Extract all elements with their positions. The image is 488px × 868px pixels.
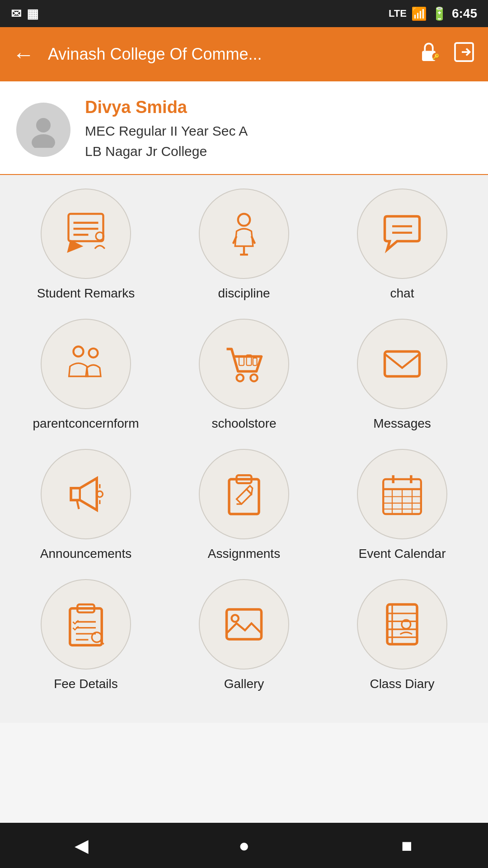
gallery-label: Gallery xyxy=(224,677,264,691)
nav-back-button[interactable]: ◀ xyxy=(63,827,99,863)
profile-college: LB Nagar Jr College xyxy=(85,141,248,161)
svg-text:🔑: 🔑 xyxy=(432,53,440,61)
class-diary-icon-circle xyxy=(357,579,447,670)
svg-rect-52 xyxy=(227,609,262,639)
assignments-icon-circle xyxy=(199,449,289,539)
svg-rect-31 xyxy=(229,479,259,514)
messages-icon-circle xyxy=(357,319,447,409)
grid-item-fee-details[interactable]: Fee Details xyxy=(9,575,163,696)
svg-point-5 xyxy=(32,134,55,148)
discipline-icon-circle xyxy=(199,189,289,279)
gallery-icon-circle xyxy=(199,579,289,670)
grid-item-event-calendar[interactable]: Event Calendar xyxy=(325,444,479,566)
logout-icon[interactable] xyxy=(453,41,475,68)
nav-bar: ◀ ● ■ xyxy=(0,823,488,868)
svg-rect-27 xyxy=(71,488,80,500)
sim-icon: ▦ xyxy=(27,6,38,21)
mail-icon: ✉ xyxy=(11,6,21,21)
student-remarks-icon-circle xyxy=(41,189,131,279)
svg-rect-26 xyxy=(385,352,420,377)
announcements-icon-circle xyxy=(41,449,131,539)
announcements-label: Announcements xyxy=(40,547,131,561)
event-calendar-icon-circle xyxy=(357,449,447,539)
grid-item-messages[interactable]: Messages xyxy=(325,314,479,435)
status-bar: ✉ ▦ LTE 📶 🔋 6:45 xyxy=(0,0,488,27)
app-bar-actions: 🔑 xyxy=(418,41,475,68)
event-calendar-label: Event Calendar xyxy=(358,547,446,561)
profile-section: Divya Smida MEC Regular II Year Sec A LB… xyxy=(0,81,488,175)
chat-icon-circle xyxy=(357,189,447,279)
app-bar: ← Avinash College Of Comme... 🔑 xyxy=(0,27,488,81)
status-right: LTE 📶 🔋 6:45 xyxy=(389,6,477,21)
class-diary-label: Class Diary xyxy=(370,677,434,691)
student-remarks-label: Student Remarks xyxy=(37,286,135,301)
svg-point-20 xyxy=(89,349,98,358)
grid-item-announcements[interactable]: Announcements xyxy=(9,444,163,566)
grid-item-parentconcernform[interactable]: parentconcernform xyxy=(9,314,163,435)
status-left: ✉ ▦ xyxy=(11,6,38,21)
assignments-label: Assignments xyxy=(208,547,280,561)
back-button[interactable]: ← xyxy=(13,42,34,67)
battery-icon: 🔋 xyxy=(432,6,447,21)
schoolstore-icon-circle xyxy=(199,319,289,409)
schoolstore-label: schoolstore xyxy=(211,416,276,431)
svg-rect-6 xyxy=(69,214,103,241)
profile-info: Divya Smida MEC Regular II Year Sec A LB… xyxy=(85,98,248,161)
messages-label: Messages xyxy=(373,416,431,431)
grid-item-chat[interactable]: chat xyxy=(325,184,479,305)
svg-point-21 xyxy=(237,374,244,381)
grid-item-class-diary[interactable]: Class Diary xyxy=(325,575,479,696)
fee-details-label: Fee Details xyxy=(54,677,118,691)
grid-item-discipline[interactable]: discipline xyxy=(167,184,321,305)
nav-recent-button[interactable]: ■ xyxy=(389,827,425,863)
svg-point-22 xyxy=(250,374,257,381)
signal-icon: 📶 xyxy=(411,6,427,21)
grid-item-schoolstore[interactable]: schoolstore xyxy=(167,314,321,435)
menu-grid: Student Remarks discipline xyxy=(0,175,488,705)
fee-details-icon-circle xyxy=(41,579,131,670)
svg-rect-25 xyxy=(253,358,257,366)
profile-name: Divya Smida xyxy=(85,98,248,117)
svg-point-4 xyxy=(36,118,51,132)
nav-home-button[interactable]: ● xyxy=(226,827,262,863)
lock-icon[interactable]: 🔑 xyxy=(418,41,440,68)
app-title: Avinash College Of Comme... xyxy=(48,45,408,64)
parentconcernform-label: parentconcernform xyxy=(33,416,139,431)
discipline-label: discipline xyxy=(218,286,270,301)
grid-item-assignments[interactable]: Assignments xyxy=(167,444,321,566)
svg-rect-23 xyxy=(239,357,244,366)
profile-class: MEC Regular II Year Sec A xyxy=(85,121,248,141)
grid-item-student-remarks[interactable]: Student Remarks xyxy=(9,184,163,305)
clock: 6:45 xyxy=(452,6,477,21)
svg-point-53 xyxy=(232,615,239,622)
svg-point-50 xyxy=(92,632,102,642)
svg-point-19 xyxy=(74,347,84,357)
chat-label: chat xyxy=(390,286,414,301)
svg-point-11 xyxy=(238,214,250,226)
lte-icon: LTE xyxy=(389,8,407,19)
avatar xyxy=(16,103,70,157)
parentconcern-icon-circle xyxy=(41,319,131,409)
grid-item-gallery[interactable]: Gallery xyxy=(167,575,321,696)
